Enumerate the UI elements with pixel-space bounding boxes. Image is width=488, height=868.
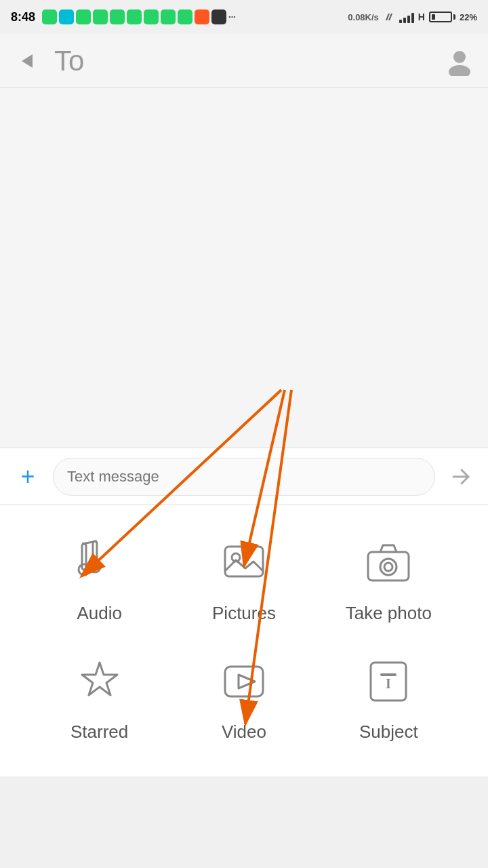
input-bar: + bbox=[0, 448, 488, 505]
camera-icon bbox=[364, 538, 413, 587]
audio-button[interactable]: Audio bbox=[45, 532, 154, 624]
pictures-button[interactable]: Pictures bbox=[190, 532, 298, 624]
starred-icon-wrap bbox=[69, 651, 130, 712]
battery-percent: 22% bbox=[460, 12, 477, 22]
message-content-area bbox=[0, 88, 488, 448]
svg-text:I: I bbox=[386, 676, 391, 691]
back-arrow-icon bbox=[22, 54, 33, 68]
send-button[interactable] bbox=[443, 460, 477, 494]
video-label: Video bbox=[222, 722, 266, 743]
app-icon-4 bbox=[93, 9, 108, 24]
subject-button[interactable]: I Subject bbox=[334, 651, 443, 743]
to-label: To bbox=[54, 45, 431, 77]
image-icon bbox=[220, 538, 268, 587]
video-button[interactable]: Video bbox=[190, 651, 298, 743]
subject-icon-wrap: I bbox=[358, 651, 419, 712]
take-photo-button[interactable]: Take photo bbox=[334, 532, 443, 624]
take-photo-label: Take photo bbox=[346, 603, 432, 624]
svg-marker-17 bbox=[239, 675, 255, 688]
app-icon-10 bbox=[195, 9, 209, 24]
audio-label: Audio bbox=[77, 603, 122, 624]
svg-line-7 bbox=[82, 541, 97, 544]
svg-point-13 bbox=[380, 559, 396, 575]
video-icon-wrap bbox=[214, 651, 274, 712]
pictures-label: Pictures bbox=[212, 603, 276, 624]
take-photo-icon-wrap bbox=[358, 532, 419, 593]
starred-label: Starred bbox=[70, 722, 128, 743]
subject-label: Subject bbox=[359, 722, 418, 743]
svg-point-3 bbox=[449, 65, 470, 76]
starred-button[interactable]: Starred bbox=[45, 651, 154, 743]
svg-point-14 bbox=[384, 563, 392, 571]
svg-line-1 bbox=[389, 14, 392, 20]
status-right: 0.08K/s H 22% bbox=[348, 11, 477, 23]
audio-icon-wrap bbox=[69, 532, 130, 593]
send-icon bbox=[447, 463, 474, 490]
app-icon-7 bbox=[144, 9, 159, 24]
network-type: H bbox=[418, 12, 425, 22]
video-icon bbox=[220, 657, 268, 706]
app-icon-8 bbox=[161, 9, 176, 24]
svg-rect-12 bbox=[368, 552, 409, 580]
message-header: To bbox=[0, 34, 488, 88]
message-input[interactable] bbox=[53, 458, 435, 496]
svg-rect-16 bbox=[225, 667, 263, 696]
svg-point-2 bbox=[453, 51, 466, 63]
network-speed: 0.08K/s bbox=[348, 12, 379, 22]
back-button[interactable] bbox=[14, 47, 41, 75]
signal-bars bbox=[399, 11, 414, 23]
status-bar: 8:48 ... 0.08K/s H bbox=[0, 0, 488, 34]
plus-icon: + bbox=[20, 465, 35, 489]
app-icon-2 bbox=[59, 9, 74, 24]
star-icon bbox=[75, 657, 124, 706]
attach-row-1: Audio Pictures Ta bbox=[0, 526, 488, 644]
svg-marker-15 bbox=[82, 663, 117, 695]
app-icon-9 bbox=[178, 9, 192, 24]
pictures-icon-wrap bbox=[214, 532, 274, 593]
add-attachment-button[interactable]: + bbox=[11, 460, 45, 494]
attach-row-2: Starred Video I Subject bbox=[0, 644, 488, 763]
svg-line-0 bbox=[386, 14, 389, 20]
app-icon-6 bbox=[127, 9, 142, 24]
svg-rect-10 bbox=[225, 547, 263, 576]
app-icon-5 bbox=[110, 9, 125, 24]
battery-indicator bbox=[429, 12, 455, 22]
subject-icon: I bbox=[364, 657, 413, 706]
svg-rect-5 bbox=[82, 544, 86, 570]
person-icon bbox=[445, 46, 474, 76]
more-apps: ... bbox=[228, 9, 236, 24]
arrows-icon bbox=[383, 11, 395, 23]
app-icons: ... bbox=[42, 9, 236, 24]
app-icon-3 bbox=[76, 9, 91, 24]
app-icon-11 bbox=[211, 9, 226, 24]
svg-rect-6 bbox=[93, 541, 97, 567]
music-icon bbox=[75, 538, 124, 587]
contact-button[interactable] bbox=[445, 46, 474, 76]
time-display: 8:48 bbox=[11, 10, 35, 24]
app-icon-whatsapp bbox=[42, 9, 57, 24]
attachment-panel: Audio Pictures Ta bbox=[0, 505, 488, 776]
